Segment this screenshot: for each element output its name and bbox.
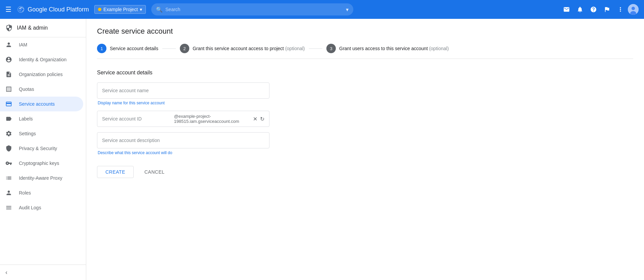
step-2-optional: (optional) [285,46,305,51]
step-1-number: 1 [100,46,103,51]
step-3: 3 Grant users access to this service acc… [326,44,449,53]
id-field-group: Service account ID @example-project-1985… [97,111,633,127]
service-account-description-input[interactable] [97,132,269,148]
app-logo: Google Cloud Platform [17,5,89,13]
search-dropdown-icon: ▾ [346,6,349,13]
cancel-button[interactable]: CANCEL [136,166,173,178]
iap-icon [5,175,13,181]
sidebar-item-audit-logs[interactable]: Audit Logs [0,200,83,215]
step-3-number: 3 [330,46,332,51]
project-selector[interactable]: Example Project ▾ [94,5,146,14]
sidebar-item-service-accounts-label: Service accounts [19,101,55,107]
sidebar-item-quotas[interactable]: Quotas [0,82,83,97]
user-avatar[interactable] [628,4,639,15]
search-icon: 🔍 [156,6,163,13]
more-options-button[interactable] [614,3,626,15]
clear-id-button[interactable]: ✕ [253,116,257,122]
refresh-id-button[interactable]: ↻ [260,116,264,122]
search-bar: 🔍 ▾ [151,3,353,15]
step-1-label: Service account details [110,46,158,51]
description-field-hint: Describe what this service account will … [97,150,633,155]
id-field-label: Service account ID [102,116,142,121]
sidebar-item-labels-label: Labels [19,116,33,121]
main-wrapper: IAM & admin IAM Identity & Organization … [0,19,644,280]
email-icon-button[interactable] [560,3,573,15]
nav-action-icons [560,3,639,15]
roles-icon [5,189,13,196]
cloud-logo-icon [17,5,25,13]
sidebar-item-service-accounts[interactable]: Service accounts [0,97,83,111]
crypto-keys-icon [5,160,13,167]
project-dropdown-icon: ▾ [140,7,142,12]
step-3-label: Grant users access to this service accou… [339,46,449,51]
step-3-optional: (optional) [429,46,449,51]
audit-logs-icon [5,204,13,211]
sidebar-item-labels[interactable]: Labels [0,111,83,126]
labels-icon [5,115,13,122]
menu-icon[interactable]: ☰ [5,5,11,13]
sidebar-item-iap[interactable]: Identity-Aware Proxy [0,171,83,185]
sidebar-item-iam[interactable]: IAM [0,37,83,52]
collapse-icon: ‹ [5,269,7,276]
service-account-id-input[interactable] [144,116,171,121]
sidebar-item-iap-label: Identity-Aware Proxy [19,175,62,181]
svg-point-2 [632,7,635,10]
step-2-label: Grant this service account access to pro… [193,46,305,51]
sidebar-item-identity-label: Identity & Organization [19,57,67,62]
sidebar-item-privacy-label: Privacy & Security [19,146,57,151]
project-name: Example Project [103,7,138,12]
create-button[interactable]: CREATE [97,166,134,178]
project-dot-icon [98,8,101,11]
sidebar-item-org-policies-label: Organization policies [19,72,63,77]
notifications-icon-button[interactable] [574,3,586,15]
sidebar-item-crypto-keys[interactable]: Cryptographic keys [0,156,83,171]
page-title: Create service account [97,27,633,36]
help-icon-button[interactable] [587,3,600,15]
sidebar-item-iam-label: IAM [19,42,27,47]
form-section-title: Service account details [97,70,633,76]
sidebar-item-identity-org[interactable]: Identity & Organization [0,52,83,67]
sidebar-item-crypto-keys-label: Cryptographic keys [19,161,59,166]
name-field-group: Display name for this service account [97,82,633,105]
iam-admin-icon [5,24,13,32]
service-accounts-icon [5,101,13,107]
id-field-suffix: @example-project-198515.iam.gserviceacco… [174,114,251,124]
sidebar-item-settings-label: Settings [19,131,36,136]
sidebar-collapse-button[interactable]: ‹ [0,265,86,280]
identity-org-icon [5,56,13,63]
privacy-security-icon [5,145,13,152]
sidebar-item-settings[interactable]: Settings [0,126,83,141]
id-field-icons: ✕ ↻ [253,116,264,122]
main-content: Create service account 1 Service account… [86,19,644,280]
form-buttons: CREATE CANCEL [97,166,633,178]
step-divider-2 [309,48,322,49]
stepper: 1 Service account details 2 Grant this s… [97,44,633,59]
service-account-name-input[interactable] [97,82,269,99]
svg-point-0 [20,8,22,10]
settings-icon [5,130,13,137]
sidebar-item-privacy-security[interactable]: Privacy & Security [0,141,83,156]
id-input-wrapper: Service account ID @example-project-1985… [97,111,269,127]
flag-icon-button[interactable] [601,3,613,15]
sidebar-item-roles[interactable]: Roles [0,185,83,200]
logo-text: Google Cloud Platform [28,6,89,13]
sidebar-item-quotas-label: Quotas [19,86,34,92]
step-2: 2 Grant this service account access to p… [180,44,305,53]
iam-icon [5,41,13,48]
sidebar-header: IAM & admin [0,19,86,37]
sidebar-item-roles-label: Roles [19,190,31,196]
step-3-circle: 3 [326,44,336,53]
quotas-icon [5,86,13,93]
sidebar-title: IAM & admin [17,25,48,31]
description-input-wrapper [97,132,269,148]
sidebar-item-org-policies[interactable]: Organization policies [0,67,83,82]
org-policies-icon [5,71,13,78]
step-1: 1 Service account details [97,44,158,53]
step-1-circle: 1 [97,44,106,53]
description-field-group: Describe what this service account will … [97,132,633,155]
sidebar: IAM & admin IAM Identity & Organization … [0,19,86,280]
name-field-hint: Display name for this service account [97,101,633,105]
sidebar-item-audit-logs-label: Audit Logs [19,205,41,210]
search-input[interactable] [165,7,343,12]
step-divider-1 [162,48,176,49]
